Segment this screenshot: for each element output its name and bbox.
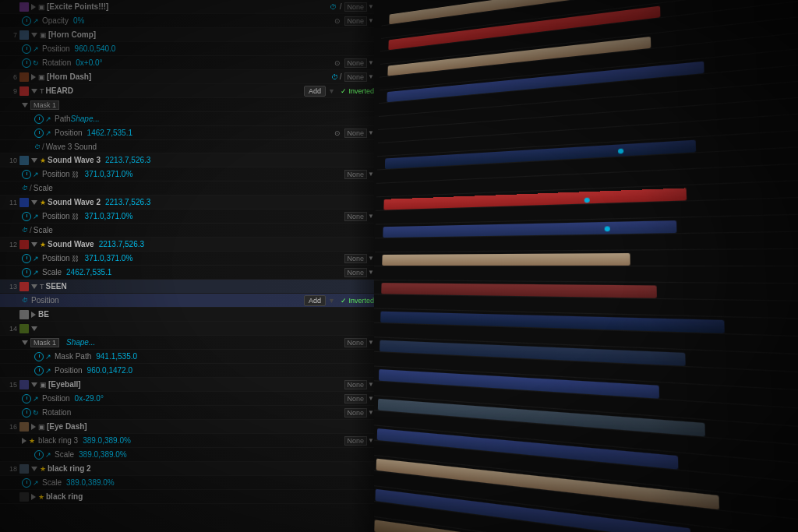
stopwatch-btn[interactable] [22, 478, 31, 488]
stopwatch-btn[interactable] [34, 352, 44, 361]
prop-row-pos-14[interactable]: ↗ Position 960.0,1472.0 [0, 364, 374, 378]
stopwatch-btn[interactable] [34, 450, 44, 460]
stopwatch-btn[interactable] [22, 58, 31, 68]
stopwatch-btn[interactable] [34, 115, 44, 124]
add-btn[interactable]: Add [304, 86, 326, 97]
expand-icon[interactable] [31, 4, 36, 10]
expand-icon[interactable] [31, 74, 36, 80]
layer-black-ring-3[interactable]: ★ black ring 3 389.0,389.0% None ▼ [0, 434, 374, 448]
layer-row-6[interactable]: 6 ▣ [Horn Dash] ⏱ / None ▼ [0, 70, 374, 84]
layer-row[interactable]: ▣ [Excite Points!!!] ⏱ / None ▼ [0, 0, 374, 14]
none-dd[interactable]: None [344, 212, 368, 221]
layer-row-16[interactable]: 16 ▣ [Eye Dash] [0, 420, 374, 434]
none-dd[interactable]: None [344, 436, 368, 446]
expand-icon[interactable] [31, 326, 37, 331]
expand-icon[interactable] [31, 200, 37, 205]
stopwatch-btn[interactable] [22, 408, 31, 417]
none-dd[interactable]: None [344, 394, 368, 403]
stopwatch-btn[interactable] [34, 129, 44, 138]
mask-row-14[interactable]: Mask 1 Shape... None ▼ [0, 336, 374, 350]
expand-icon[interactable] [22, 340, 28, 345]
layer-name: black ring 2 [48, 464, 91, 473]
expand-icon[interactable] [31, 242, 37, 247]
expand-icon[interactable] [22, 103, 28, 107]
layer-name: Sound Wave 3 [48, 156, 101, 164]
layer-row-10[interactable]: 10 ★ Sound Wave 3 2213.7,526.3 [0, 153, 374, 167]
pos-val: 2213.7,526.3 [105, 198, 150, 206]
prop-row-pos-eyeball[interactable]: ↗ Position 0x-29.0° None ▼ [0, 392, 374, 406]
layer-row-be[interactable]: BE [0, 308, 374, 322]
none-dd[interactable]: None [344, 380, 368, 389]
expand-icon[interactable] [22, 438, 26, 444]
prop-row-maskpath[interactable]: ↗ Path Shape... [0, 112, 374, 126]
slash-icon: / [42, 143, 44, 151]
color-swatch [19, 240, 29, 249]
prop-row-scale-sw[interactable]: ↗ Scale 2462.7,535.1 None ▼ [0, 266, 374, 280]
layer-num: 7 [3, 31, 17, 39]
prop-label: Position [31, 296, 59, 305]
mask-row[interactable]: Mask 1 [0, 98, 374, 112]
prop-label: Rotation [42, 408, 71, 417]
stopwatch-btn[interactable] [22, 394, 31, 403]
expand-icon[interactable] [31, 494, 36, 500]
none-dd[interactable]: None [344, 129, 368, 138]
prop-row-position-seen[interactable]: ⏱ Position Add ▼ ✓ Inverted [0, 294, 374, 308]
color-swatch [19, 72, 29, 82]
layer-row-14[interactable]: 14 [0, 322, 374, 336]
prop-row-position[interactable]: ↗ Position 960.0,540.0 [0, 42, 374, 56]
stopwatch-btn[interactable] [22, 170, 31, 179]
none-dd[interactable]: None [344, 58, 368, 68]
layer-row-9[interactable]: 9 T HEARD Add ▼ ✓ Inverted [0, 84, 374, 98]
stopwatch-btn[interactable] [22, 212, 31, 221]
expand-icon[interactable] [31, 382, 37, 387]
prop-label: Position [42, 212, 70, 220]
prop-row-pos-sw2[interactable]: ↗ Position ⛓ 371.0,371.0% None ▼ [0, 210, 374, 224]
prop-row-scale-sw3[interactable]: ⏱ / Scale [0, 181, 374, 196]
layer-row-12[interactable]: 12 ★ Sound Wave 2213.7,526.3 [0, 238, 374, 252]
none-dd[interactable]: None [344, 268, 368, 277]
none-dd[interactable]: None [344, 338, 368, 347]
stopwatch-btn[interactable] [22, 268, 31, 277]
prop-row-scale-sw2[interactable]: ⏱ / Scale [0, 224, 374, 238]
expand-icon[interactable] [31, 284, 37, 289]
layer-black-ring[interactable]: ★ black ring [0, 490, 374, 504]
layer-row-7[interactable]: 7 ▣ [Horn Comp] [0, 28, 374, 42]
expand-icon[interactable] [31, 33, 37, 37]
prop-row-pos-sw3[interactable]: ↗ Position ⛓ 371.0,371.0% None ▼ [0, 167, 374, 181]
prop-row-maskpath-14[interactable]: ↗ Mask Path 941.1,535.0 [0, 350, 374, 364]
text-icon: T [40, 87, 44, 95]
expand-icon[interactable] [31, 312, 36, 318]
prop-row-position-2[interactable]: ↗ Position 1462.7,535.1 ⊙ None ▼ [0, 126, 374, 140]
expand-icon[interactable] [31, 467, 37, 471]
none-dd[interactable]: None [344, 16, 368, 26]
prop-row-scale-br3[interactable]: ↗ Scale 389.0,389.0% [0, 448, 374, 462]
none-dd[interactable]: None [344, 408, 368, 417]
stopwatch-btn[interactable] [22, 44, 31, 54]
scale-icon: ⏱ [22, 227, 28, 234]
tl-row [374, 248, 798, 266]
prop-label: Mask Path [55, 352, 91, 361]
expand-icon[interactable] [31, 158, 37, 163]
layer-row-13[interactable]: 13 T SEEN [0, 280, 374, 294]
layer-row-15[interactable]: 15 ▣ [Eyeball] None ▼ [0, 378, 374, 392]
prop-row-rot-eyeball[interactable]: ↻ Rotation None ▼ [0, 406, 374, 420]
prop-row-rotation[interactable]: ↻ Rotation 0x+0.0° ⊙ None ▼ [0, 56, 374, 70]
stopwatch-btn[interactable] [34, 366, 44, 375]
add-btn[interactable]: Add [304, 295, 326, 306]
prop-value: 0% [73, 16, 84, 25]
arrow: ▼ [368, 73, 374, 80]
layer-row-18[interactable]: 18 ★ black ring 2 [0, 462, 374, 476]
layer-row-11[interactable]: 11 ★ Sound Wave 2 2213.7,526.3 [0, 196, 374, 210]
prop-label: Path [55, 115, 71, 123]
none-dd[interactable]: None [344, 72, 368, 82]
prop-row-scale-br2[interactable]: ↗ Scale 389.0,389.0% [0, 476, 374, 490]
none-dd[interactable]: None [344, 170, 368, 179]
stopwatch-btn[interactable] [22, 16, 31, 26]
prop-row-pos-sw[interactable]: ↗ Position ⛓ 371.0,371.0% None ▼ [0, 252, 374, 266]
none-dd[interactable]: None [344, 254, 368, 263]
expand-icon[interactable] [31, 424, 36, 430]
expand-icon[interactable] [31, 89, 37, 93]
stopwatch-btn[interactable] [22, 254, 31, 263]
none-dropdown[interactable]: None [344, 2, 368, 12]
property-row-opacity[interactable]: ↗ Opacity 0% ⊙ None ▼ [0, 14, 374, 28]
